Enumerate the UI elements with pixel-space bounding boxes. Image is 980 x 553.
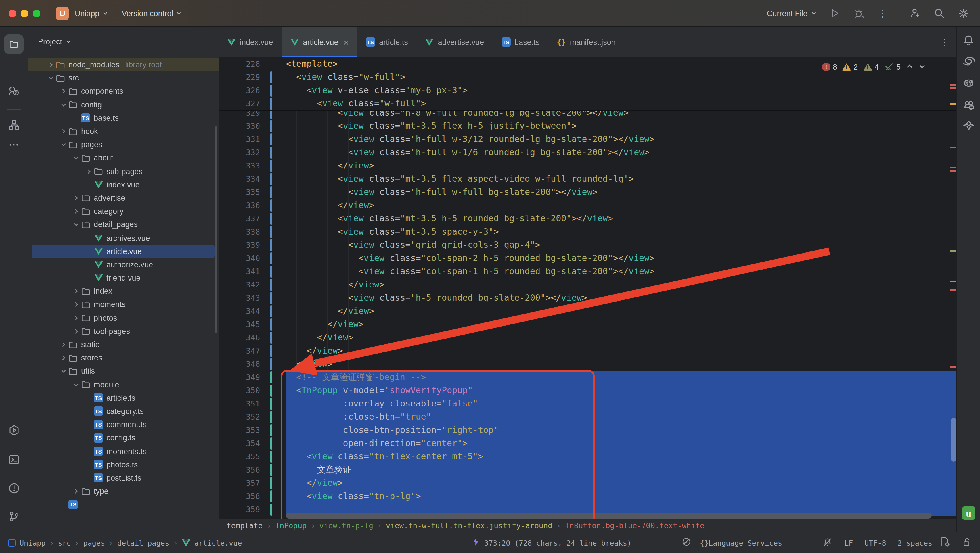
code-line-326[interactable]: 326<view v-else class="my-6 px-3"> <box>218 84 957 97</box>
uniapp-plugin-icon[interactable]: u <box>959 504 978 522</box>
ai-assistant-icon[interactable] <box>959 52 978 70</box>
tree-item-moments[interactable]: moments <box>28 298 218 311</box>
breadcrumb-item[interactable]: TnButton.bg-blue-700.text-white <box>565 521 705 530</box>
vcs-menu[interactable]: Version control <box>122 9 182 17</box>
tree-item-config.ts[interactable]: TSconfig.ts <box>28 431 218 445</box>
code-line-335[interactable]: 335<view class="h-full w-full bg-slate-2… <box>218 186 957 199</box>
project-panel-header[interactable]: Project <box>28 27 218 57</box>
more-actions-kebab-icon[interactable]: ⋮ <box>877 7 889 19</box>
run-configuration-selector[interactable]: Current File <box>767 9 817 17</box>
stripe-mark[interactable] <box>950 167 956 168</box>
tab-index.vue[interactable]: index.vue <box>218 27 282 57</box>
tree-item-photos.ts[interactable]: TSphotos.ts <box>28 458 218 471</box>
uts-plugin-icon[interactable] <box>959 116 978 135</box>
status-path-segment[interactable]: detail_pages <box>117 538 169 547</box>
stripe-mark[interactable] <box>950 250 956 252</box>
tab-close-icon[interactable]: × <box>344 37 349 47</box>
code-line-343[interactable]: 343<view class="h-5 rounded bg-slate-200… <box>218 291 957 305</box>
tree-item-index.vue[interactable]: index.vue <box>28 178 218 191</box>
tab-article.vue[interactable]: article.vue× <box>282 27 358 57</box>
stripe-mark[interactable] <box>950 281 956 282</box>
tree-item-components[interactable]: components <box>28 85 218 98</box>
breadcrumb-item[interactable]: view.tn-p-lg <box>319 521 373 530</box>
problems-tool-icon[interactable] <box>4 478 24 498</box>
tree-item-src[interactable]: src <box>28 71 218 84</box>
tree-expanded-chevron-icon[interactable] <box>71 155 81 161</box>
tree-collapsed-chevron-icon[interactable] <box>71 208 81 215</box>
code-line-341[interactable]: 341<view class="col-span-1 h-5 rounded b… <box>218 265 957 278</box>
code-line-346[interactable]: 346</view> <box>218 331 957 344</box>
tree-item-advertise[interactable]: advertise <box>28 191 218 205</box>
tree-expanded-chevron-icon[interactable] <box>71 222 81 228</box>
code-line-342[interactable]: 342</view> <box>218 278 957 291</box>
minimize-window-button[interactable] <box>21 10 28 17</box>
tree-item-authorize.vue[interactable]: authorize.vue <box>28 258 218 271</box>
tree-collapsed-chevron-icon[interactable] <box>71 288 81 295</box>
code-line-332[interactable]: 332<view class="h-full w-1/6 rounded-lg … <box>218 146 957 159</box>
tree-item-sub-pages[interactable]: sub-pages <box>28 165 218 178</box>
language-services-widget[interactable]: {}Language Services <box>681 537 782 548</box>
run-button[interactable] <box>828 7 841 19</box>
stripe-mark[interactable] <box>950 87 956 89</box>
tree-item-category[interactable]: category <box>28 205 218 218</box>
prev-problem-chevron-icon[interactable] <box>906 62 913 72</box>
tree-item-module[interactable]: module <box>28 378 218 391</box>
tree-item-utils[interactable]: utils <box>28 365 218 378</box>
chat-plugin-icon[interactable] <box>959 95 978 114</box>
tree-collapsed-chevron-icon[interactable] <box>84 168 93 175</box>
notifications-bell-icon[interactable] <box>959 31 978 49</box>
close-window-button[interactable] <box>9 10 16 17</box>
debug-button[interactable] <box>852 7 865 19</box>
stripe-mark[interactable] <box>950 170 956 172</box>
terminal-tool-icon[interactable] <box>4 450 24 469</box>
breadcrumb-item[interactable]: TnPopup <box>275 521 307 530</box>
tree-collapsed-chevron-icon[interactable] <box>59 128 68 135</box>
tree-item-tool-pages[interactable]: tool-pages <box>28 325 218 338</box>
code-line-338[interactable]: 338<view class="mt-3.5 space-y-3"> <box>218 225 957 238</box>
breadcrumb-item[interactable]: template <box>227 521 262 530</box>
file-settings-icon[interactable] <box>939 536 950 549</box>
code-line-340[interactable]: 340<view class="col-span-2 h-5 rounded b… <box>218 252 957 265</box>
tree-item-pages[interactable]: pages <box>28 138 218 151</box>
tree-item-config[interactable]: config <box>28 98 218 111</box>
learn-help-icon[interactable] <box>4 81 24 101</box>
tree-item-static[interactable]: static <box>28 338 218 351</box>
tree-item-article.ts[interactable]: TSarticle.ts <box>28 391 218 404</box>
tree-expanded-chevron-icon[interactable] <box>71 381 81 388</box>
inspections-widget[interactable]: !8 2 4 5 <box>822 61 926 73</box>
indent-widget[interactable]: 2 spaces <box>898 538 932 547</box>
stripe-mark[interactable] <box>950 146 956 148</box>
tree-collapsed-chevron-icon[interactable] <box>71 315 81 321</box>
stripe-mark[interactable] <box>950 366 956 368</box>
tree-item-base.ts[interactable]: TSbase.ts <box>28 111 218 125</box>
status-path-segment[interactable]: Uniapp <box>19 538 45 547</box>
settings-button[interactable] <box>957 7 970 19</box>
stripe-mark[interactable] <box>950 84 956 86</box>
tree-item-about[interactable]: about <box>28 151 218 165</box>
tree-item-friend.vue[interactable]: friend.vue <box>28 271 218 284</box>
tree-item-stores[interactable]: stores <box>28 351 218 364</box>
tree-item-node_modules[interactable]: node_moduleslibrary root <box>28 58 218 71</box>
tab-list-kebab-icon[interactable]: ⋮ <box>940 27 957 57</box>
code-line-345[interactable]: 345</view> <box>218 318 957 331</box>
tree-item-detail_pages[interactable]: detail_pages <box>28 218 218 231</box>
notifications-off-icon[interactable] <box>822 537 833 549</box>
unlock-icon[interactable] <box>962 537 972 549</box>
tree-item-postList.ts[interactable]: TSpostList.ts <box>28 471 218 485</box>
search-everywhere-button[interactable] <box>933 7 945 19</box>
git-tool-icon[interactable] <box>4 507 24 526</box>
tree-collapsed-chevron-icon[interactable] <box>59 342 68 348</box>
line-ending-widget[interactable]: LF <box>844 538 853 547</box>
tree-collapsed-chevron-icon[interactable] <box>71 328 81 335</box>
caret-position-widget[interactable]: 373:20 (728 chars, 24 line breaks) <box>472 537 632 548</box>
tab-manifest.json[interactable]: {}manifest.json <box>548 27 624 57</box>
next-problem-chevron-icon[interactable] <box>918 62 926 72</box>
encoding-widget[interactable]: UTF-8 <box>864 538 886 547</box>
status-file-name[interactable]: article.vue <box>194 538 242 547</box>
project-tree-scrollbar[interactable] <box>215 127 217 334</box>
code-line-347[interactable]: 347</view> <box>218 344 957 358</box>
tree-expanded-chevron-icon[interactable] <box>59 102 68 108</box>
tree-item-comment.ts[interactable]: TScomment.ts <box>28 418 218 431</box>
tree-item-clipped[interactable]: TS <box>28 498 218 511</box>
code-editor[interactable]: 329<view class="h-8 w-full rounded-lg bg… <box>218 57 957 519</box>
